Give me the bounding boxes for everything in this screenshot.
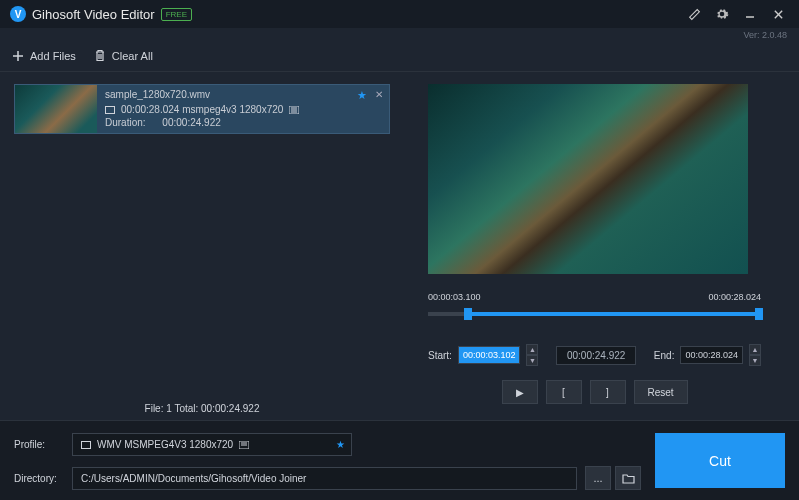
svg-rect-12 bbox=[82, 442, 90, 448]
end-down-button[interactable]: ▼ bbox=[749, 355, 761, 366]
play-button[interactable]: ▶ bbox=[502, 380, 538, 404]
open-folder-button[interactable] bbox=[615, 466, 641, 490]
file-list-panel: sample_1280x720.wmv 00:00:28.024 msmpeg4… bbox=[0, 72, 400, 420]
mark-in-button[interactable]: [ bbox=[546, 380, 582, 404]
duration-display: 00:00:24.922 bbox=[556, 346, 636, 365]
start-down-button[interactable]: ▼ bbox=[526, 355, 538, 366]
timeline-start-handle[interactable] bbox=[464, 308, 472, 320]
clear-all-label: Clear All bbox=[112, 50, 153, 62]
playback-controls: ▶ [ ] Reset bbox=[418, 380, 771, 404]
time-edit-row: Start: 00:00:03.102 ▲ ▼ 00:00:24.922 End… bbox=[428, 344, 761, 366]
directory-input[interactable]: C:/Users/ADMIN/Documents/Gihosoft/Video … bbox=[72, 467, 577, 490]
browse-button[interactable]: ... bbox=[585, 466, 611, 490]
totals-label: File: 1 Total: 00:00:24.922 bbox=[14, 395, 390, 414]
start-label: Start: bbox=[428, 350, 452, 361]
close-icon[interactable] bbox=[771, 7, 785, 21]
svg-rect-6 bbox=[106, 107, 114, 113]
file-codec: 00:00:28.024 msmpeg4v3 1280x720 bbox=[121, 104, 283, 115]
directory-label: Directory: bbox=[14, 473, 64, 484]
start-time-input[interactable]: 00:00:03.102 bbox=[458, 346, 521, 364]
duration-label: Duration: bbox=[105, 117, 146, 128]
minimize-icon[interactable] bbox=[743, 7, 757, 21]
profile-select[interactable]: WMV MSMPEG4V3 1280x720 ★ bbox=[72, 433, 352, 456]
clear-all-button[interactable]: Clear All bbox=[94, 49, 153, 62]
profile-favorite-icon[interactable]: ★ bbox=[336, 439, 345, 450]
start-up-button[interactable]: ▲ bbox=[526, 344, 538, 355]
timeline-end-label: 00:00:28.024 bbox=[708, 292, 761, 302]
file-info: sample_1280x720.wmv 00:00:28.024 msmpeg4… bbox=[97, 85, 389, 133]
add-files-button[interactable]: Add Files bbox=[12, 50, 76, 62]
timeline: 00:00:03.100 00:00:28.024 bbox=[428, 292, 761, 324]
end-time-input[interactable]: 00:00:28.024 bbox=[680, 346, 743, 364]
film-icon bbox=[81, 441, 91, 449]
profile-value: WMV MSMPEG4V3 1280x720 bbox=[97, 439, 233, 450]
app-title: Gihosoft Video Editor bbox=[32, 7, 155, 22]
mark-out-button[interactable]: ] bbox=[590, 380, 626, 404]
track-icon bbox=[239, 441, 249, 449]
track-icon bbox=[289, 106, 299, 114]
titlebar: V Gihosoft Video Editor FREE bbox=[0, 0, 799, 28]
preview-panel: 00:00:03.100 00:00:28.024 Start: 00:00:0… bbox=[400, 72, 799, 420]
add-files-label: Add Files bbox=[30, 50, 76, 62]
film-icon bbox=[105, 106, 115, 114]
file-thumbnail bbox=[15, 85, 97, 133]
file-name: sample_1280x720.wmv bbox=[105, 89, 381, 100]
free-badge: FREE bbox=[161, 8, 192, 21]
reset-button[interactable]: Reset bbox=[634, 380, 688, 404]
start-spinner: ▲ ▼ bbox=[526, 344, 538, 366]
app-logo: V bbox=[10, 6, 26, 22]
timeline-end-handle[interactable] bbox=[755, 308, 763, 320]
timeline-track[interactable] bbox=[428, 306, 761, 324]
file-item[interactable]: sample_1280x720.wmv 00:00:28.024 msmpeg4… bbox=[14, 84, 390, 134]
edit-icon[interactable] bbox=[687, 7, 701, 21]
end-label: End: bbox=[654, 350, 675, 361]
bottom-bar: Profile: WMV MSMPEG4V3 1280x720 ★ Direct… bbox=[0, 420, 799, 500]
timeline-start-label: 00:00:03.100 bbox=[428, 292, 481, 302]
toolbar: Add Files Clear All bbox=[0, 40, 799, 72]
video-preview[interactable] bbox=[428, 84, 748, 274]
end-spinner: ▲ ▼ bbox=[749, 344, 761, 366]
content-area: sample_1280x720.wmv 00:00:28.024 msmpeg4… bbox=[0, 72, 799, 420]
settings-icon[interactable] bbox=[715, 7, 729, 21]
end-up-button[interactable]: ▲ bbox=[749, 344, 761, 355]
remove-file-icon[interactable]: ✕ bbox=[375, 89, 383, 102]
duration-value: 00:00:24.922 bbox=[162, 117, 220, 128]
favorite-icon[interactable]: ★ bbox=[357, 89, 367, 102]
profile-label: Profile: bbox=[14, 439, 64, 450]
cut-button[interactable]: Cut bbox=[655, 433, 785, 488]
version-label: Ver: 2.0.48 bbox=[0, 28, 799, 40]
